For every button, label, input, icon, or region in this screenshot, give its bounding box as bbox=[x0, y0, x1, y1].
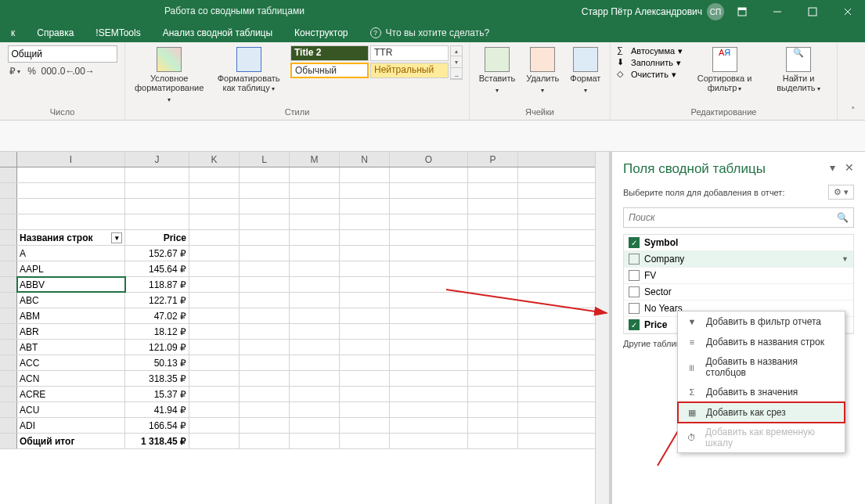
pivot-row[interactable]: ABC bbox=[17, 293, 125, 308]
style-ttr[interactable]: TTR bbox=[370, 45, 449, 61]
checkbox-icon[interactable]: ✓ bbox=[629, 237, 640, 248]
pane-close-icon[interactable]: ✕ bbox=[845, 161, 854, 174]
gear-icon[interactable]: ⚙ ▾ bbox=[828, 185, 854, 200]
pivot-val[interactable]: 41.94 ₽ bbox=[125, 402, 189, 417]
pivot-value-header[interactable]: Price bbox=[125, 230, 189, 245]
collapse-ribbon-icon[interactable]: ˄ bbox=[851, 106, 862, 117]
field-sector[interactable]: Sector bbox=[624, 284, 853, 301]
maximize-icon[interactable] bbox=[795, 0, 830, 23]
pivot-row[interactable]: ABM bbox=[17, 308, 125, 323]
pivot-val[interactable]: 166.54 ₽ bbox=[125, 418, 189, 433]
pivot-row[interactable]: ABT bbox=[17, 340, 125, 355]
number-format-select[interactable] bbox=[8, 45, 117, 63]
checkbox-icon[interactable] bbox=[629, 303, 640, 314]
tab-help[interactable]: Справка bbox=[26, 24, 85, 41]
fill-button[interactable]: ⬇Заполнить ▾ bbox=[617, 57, 683, 68]
tab-pivot-analyze[interactable]: Анализ сводной таблицы bbox=[152, 24, 283, 41]
ctx-add-values[interactable]: ΣДобавить в значения bbox=[678, 382, 845, 402]
checkbox-icon[interactable] bbox=[629, 286, 640, 297]
checkbox-icon[interactable] bbox=[629, 254, 640, 265]
format-cells-button[interactable]: Формат bbox=[567, 45, 604, 97]
tab-cut[interactable]: к bbox=[0, 24, 26, 41]
find-select-button[interactable]: 🔍 Найти и выделить bbox=[766, 45, 831, 95]
pivot-val[interactable]: 122.71 ₽ bbox=[125, 293, 189, 308]
pivot-row[interactable]: ACN bbox=[17, 371, 125, 386]
col-header-O[interactable]: O bbox=[390, 152, 468, 167]
field-symbol[interactable]: ✓Symbol bbox=[624, 235, 853, 251]
sigma-icon: ∑ bbox=[617, 45, 628, 56]
pivot-total-value[interactable]: 1 318.45 ₽ bbox=[125, 434, 189, 448]
field-label: Sector bbox=[644, 286, 672, 297]
pivot-row[interactable]: ADI bbox=[17, 418, 125, 433]
accounting-icon[interactable]: ₽ bbox=[8, 64, 22, 78]
ctx-add-cols[interactable]: ⫼Добавить в названия столбцов bbox=[678, 352, 845, 382]
pivot-val[interactable]: 18.12 ₽ bbox=[125, 324, 189, 339]
style-neutral[interactable]: Нейтральный bbox=[370, 63, 449, 78]
ctx-add-rows[interactable]: ≡Добавить в названия строк bbox=[678, 332, 845, 352]
col-header-L[interactable]: L bbox=[240, 152, 290, 167]
pivot-row[interactable]: ACC bbox=[17, 355, 125, 370]
pivot-val[interactable]: 47.02 ₽ bbox=[125, 308, 189, 323]
pivot-val[interactable]: 152.67 ₽ bbox=[125, 246, 189, 261]
insert-cells-button[interactable]: Вставить bbox=[476, 45, 519, 97]
autosum-button[interactable]: ∑Автосумма ▾ bbox=[617, 45, 683, 56]
col-header-I[interactable]: I bbox=[17, 152, 125, 167]
ribbon-display-icon[interactable] bbox=[724, 0, 759, 23]
sort-filter-button[interactable]: АЯ Сортировка и фильтр bbox=[687, 45, 762, 95]
search-input[interactable] bbox=[629, 212, 837, 223]
bulb-icon: ? bbox=[370, 27, 381, 38]
increase-decimal-icon[interactable]: .0← bbox=[59, 64, 74, 78]
field-label: FV bbox=[644, 270, 656, 281]
tell-me[interactable]: ? Что вы хотите сделать? bbox=[359, 24, 501, 41]
tab-semtools[interactable]: !SEMTools bbox=[85, 24, 151, 41]
col-header-N[interactable]: N bbox=[340, 152, 390, 167]
cell-styles-gallery[interactable]: Title 2 TTR Обычный Нейтральный bbox=[290, 45, 449, 78]
style-title2[interactable]: Title 2 bbox=[290, 45, 369, 61]
decrease-decimal-icon[interactable]: .00→ bbox=[77, 64, 91, 78]
pivot-row[interactable]: ACRE bbox=[17, 387, 125, 401]
style-normal[interactable]: Обычный bbox=[290, 63, 369, 78]
format-as-table-button[interactable]: Форматировать как таблицу bbox=[211, 45, 286, 95]
pane-options-icon[interactable]: ▾ bbox=[830, 161, 835, 174]
col-header-J[interactable]: J bbox=[125, 152, 189, 167]
col-header-M[interactable]: M bbox=[290, 152, 340, 167]
checkbox-icon[interactable] bbox=[629, 270, 640, 281]
pivot-total-label[interactable]: Общий итог bbox=[17, 434, 125, 448]
close-icon[interactable] bbox=[830, 0, 865, 23]
pivot-val[interactable]: 118.87 ₽ bbox=[125, 277, 189, 292]
field-company[interactable]: Company▼ bbox=[624, 251, 853, 268]
pivot-val[interactable]: 50.13 ₽ bbox=[125, 355, 189, 370]
col-header-K[interactable]: K bbox=[189, 152, 240, 167]
field-search[interactable]: 🔍 bbox=[623, 207, 854, 228]
worksheet[interactable]: I J K L M N O P Названия строк▾ Price A1… bbox=[0, 152, 595, 504]
field-fv[interactable]: FV bbox=[624, 268, 853, 284]
conditional-formatting-button[interactable]: Условное форматирование bbox=[132, 45, 207, 106]
pivot-row[interactable]: ABR bbox=[17, 324, 125, 339]
pivot-row-header[interactable]: Названия строк▾ bbox=[17, 230, 125, 245]
delete-cells-button[interactable]: Удалить bbox=[523, 45, 562, 97]
row-filter-icon[interactable]: ▾ bbox=[111, 232, 122, 243]
field-dropdown-icon[interactable]: ▼ bbox=[842, 255, 849, 263]
percent-icon[interactable]: % bbox=[25, 64, 39, 78]
format-table-icon bbox=[236, 47, 261, 72]
checkbox-icon[interactable]: ✓ bbox=[629, 319, 640, 330]
ctx-add-filter[interactable]: ▼Добавить в фильтр отчета bbox=[678, 311, 845, 332]
user-account[interactable]: Старр Пётр Александрович СП bbox=[582, 3, 724, 20]
ctx-add-slicer[interactable]: ▦Добавить как срез bbox=[678, 402, 845, 423]
pivot-row-selected[interactable]: ABBV bbox=[17, 277, 125, 292]
col-header-P[interactable]: P bbox=[468, 152, 518, 167]
pivot-row[interactable]: AAPL bbox=[17, 261, 125, 276]
pivot-val[interactable]: 145.64 ₽ bbox=[125, 261, 189, 276]
tab-pivot-design[interactable]: Конструктор bbox=[283, 24, 359, 41]
pivot-val[interactable]: 15.37 ₽ bbox=[125, 387, 189, 401]
pivot-row[interactable]: ACU bbox=[17, 402, 125, 417]
gallery-dropdown[interactable]: ▴▾⎯ bbox=[450, 45, 463, 80]
vertical-scrollbar[interactable] bbox=[595, 152, 609, 504]
select-all-corner[interactable] bbox=[0, 152, 17, 167]
pivot-row[interactable]: A bbox=[17, 246, 125, 261]
pivot-val[interactable]: 318.35 ₽ bbox=[125, 371, 189, 386]
clear-button[interactable]: ◇Очистить ▾ bbox=[617, 69, 683, 80]
minimize-icon[interactable] bbox=[759, 0, 795, 23]
pivot-val[interactable]: 121.09 ₽ bbox=[125, 340, 189, 355]
comma-icon[interactable]: 000 bbox=[42, 64, 56, 78]
